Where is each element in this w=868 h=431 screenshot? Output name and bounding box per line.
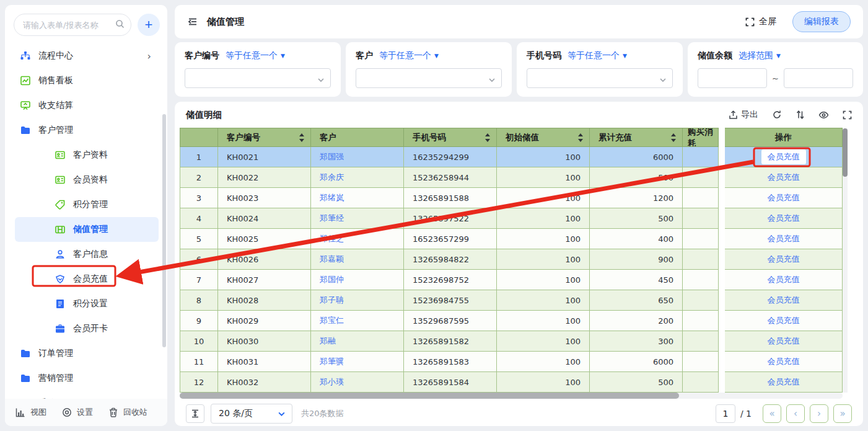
- sidebar-item-流程中心[interactable]: 流程中心›: [15, 43, 159, 68]
- fullscreen-button[interactable]: 全屏: [745, 16, 776, 27]
- table-row[interactable]: 9KH0029郑宝仁13529687595100200会员充值: [180, 311, 843, 331]
- table-fullscreen-icon[interactable]: [843, 110, 852, 120]
- customer-name-link[interactable]: 郑佳之: [320, 233, 344, 244]
- filter-operator-dropdown[interactable]: 等于任意一个 ▼: [226, 50, 285, 61]
- fit-rows-button[interactable]: [186, 404, 204, 423]
- sidebar-item-会员充值[interactable]: 会员充值: [15, 267, 159, 291]
- table-row[interactable]: 6KH0026郑嘉颖13265984822100900会员充值: [180, 249, 843, 270]
- table-header-cell[interactable]: 累计充值: [590, 128, 683, 147]
- customer-name-link[interactable]: 郑宝仁: [320, 315, 344, 326]
- filter-operator-dropdown[interactable]: 选择范围 ▼: [739, 50, 781, 61]
- member-recharge-button[interactable]: 会员充值: [768, 213, 800, 224]
- member-recharge-button[interactable]: 会员充值: [768, 335, 800, 347]
- horizontal-scrollbar[interactable]: [180, 393, 843, 399]
- consume-cell: [683, 229, 719, 249]
- sidebar-item-销售看板[interactable]: 销售看板: [15, 68, 159, 93]
- customer-name-link[interactable]: 郑国强: [320, 151, 344, 162]
- sidebar-footer-视图[interactable]: 视图: [15, 407, 46, 418]
- visibility-eye-icon[interactable]: [818, 110, 829, 120]
- customer-name-link[interactable]: 郑小瑛: [320, 376, 344, 388]
- customer-name-link[interactable]: 郑子聃: [320, 295, 344, 306]
- member-recharge-button[interactable]: 会员充值: [768, 356, 800, 367]
- export-button[interactable]: 导出: [729, 109, 758, 120]
- member-recharge-button[interactable]: 会员充值: [768, 172, 800, 183]
- member-recharge-button[interactable]: 会员充值: [768, 233, 800, 244]
- sidebar-item-营销管理[interactable]: 营销管理: [15, 366, 159, 391]
- code-cell: KH0032: [218, 372, 311, 393]
- customer-name-link[interactable]: 郑国仲: [320, 274, 344, 285]
- member-recharge-button[interactable]: 会员充值: [768, 192, 800, 203]
- sort-icon[interactable]: [796, 110, 805, 120]
- next-page-button[interactable]: ›: [810, 404, 828, 423]
- sidebar-item-积分设置[interactable]: 积分设置: [15, 291, 159, 316]
- table-row[interactable]: 3KH0023郑绪岚132658915881001200会员充值: [180, 188, 843, 208]
- sidebar-item-客户信息[interactable]: 客户信息: [15, 242, 159, 267]
- sidebar-item-储值管理[interactable]: 储值管理: [15, 217, 159, 242]
- customer-name-link[interactable]: 郑筆骥: [320, 356, 344, 367]
- search-input[interactable]: [14, 14, 131, 36]
- first-page-button[interactable]: «: [763, 404, 781, 423]
- range-max-input[interactable]: [784, 68, 853, 88]
- phone-cell: 16523657299: [404, 229, 497, 249]
- column-sort-icon[interactable]: [671, 133, 677, 142]
- filter-operator-dropdown[interactable]: 等于任意一个 ▼: [568, 50, 627, 61]
- table-row[interactable]: 5KH0025郑佳之16523657299100400会员充值: [180, 229, 843, 249]
- presentation-icon: [20, 100, 31, 111]
- column-sort-icon[interactable]: [299, 133, 305, 142]
- chevron-down-icon: [488, 74, 496, 86]
- sidebar-scrollbar[interactable]: [162, 114, 166, 347]
- customer-name-link[interactable]: 郑嘉颖: [320, 254, 344, 265]
- column-sort-icon[interactable]: [578, 133, 584, 142]
- sidebar-item-会员资料[interactable]: 会员资料: [15, 167, 159, 192]
- table-row[interactable]: 10KH0030郑融13265891582100300会员充值: [180, 331, 843, 352]
- member-recharge-button[interactable]: 会员充值: [768, 254, 800, 265]
- customer-name-link[interactable]: 郑筆经: [320, 213, 344, 224]
- table-header-cell[interactable]: 客户编号: [218, 128, 311, 147]
- refresh-icon[interactable]: [772, 110, 782, 120]
- filter-select[interactable]: [356, 68, 502, 88]
- table-title: 储值明细: [186, 109, 222, 121]
- customer-cell: 郑小瑛: [311, 372, 404, 393]
- filter-operator-dropdown[interactable]: 等于任意一个 ▼: [379, 50, 439, 61]
- table-row[interactable]: 12KH0032郑小瑛13265891584100500会员充值: [180, 372, 843, 393]
- edit-report-button[interactable]: 编辑报表: [792, 11, 851, 32]
- sidebar-item-客户资料[interactable]: 客户资料: [15, 143, 159, 167]
- member-recharge-button[interactable]: 会员充值: [768, 274, 800, 285]
- table-row[interactable]: 2KH0022郑余庆15236258944100500会员充值: [180, 167, 843, 188]
- table-row[interactable]: 4KH0024郑筆经13265897522100500会员充值: [180, 208, 843, 229]
- sidebar-item-收支结算[interactable]: 收支结算: [15, 93, 159, 118]
- add-button[interactable]: +: [138, 14, 160, 36]
- sidebar-footer-设置[interactable]: 设置: [61, 407, 93, 418]
- sidebar-item-会员开卡[interactable]: 会员开卡: [15, 316, 159, 341]
- page-title: 储值管理: [207, 16, 244, 28]
- page-size-select[interactable]: 20 条/页: [211, 404, 292, 424]
- customer-name-link[interactable]: 郑绪岚: [320, 192, 344, 203]
- range-min-input[interactable]: [698, 68, 767, 88]
- filter-select[interactable]: [185, 68, 331, 88]
- column-sort-icon[interactable]: [485, 133, 491, 142]
- last-page-button[interactable]: »: [833, 404, 852, 423]
- line-chart-icon: [20, 75, 31, 86]
- sidebar-item-订单管理[interactable]: 订单管理: [15, 341, 159, 366]
- member-recharge-button[interactable]: 会员充值: [768, 295, 800, 306]
- sidebar-item-积分管理[interactable]: 积分管理: [15, 192, 159, 217]
- sidebar-item-采购管理[interactable]: 采购管理: [15, 391, 159, 399]
- vertical-scrollbar[interactable]: [843, 128, 848, 393]
- member-recharge-button[interactable]: 会员充值: [761, 149, 806, 164]
- page-number-input[interactable]: [716, 404, 735, 423]
- sidebar-footer-回收站[interactable]: 回收站: [108, 407, 147, 418]
- collapse-sidebar-icon[interactable]: [187, 16, 198, 27]
- member-recharge-button[interactable]: 会员充值: [768, 376, 800, 388]
- prev-page-button[interactable]: ‹: [786, 404, 805, 423]
- table-row[interactable]: 11KH0031郑筆骥132658915831006000会员充值: [180, 352, 843, 372]
- filter-select[interactable]: [527, 68, 673, 88]
- customer-name-link[interactable]: 郑余庆: [320, 172, 344, 183]
- member-recharge-button[interactable]: 会员充值: [768, 315, 800, 326]
- table-header-cell[interactable]: 手机号码: [404, 128, 497, 147]
- table-row[interactable]: 8KH0028郑子聃15236984755100650会员充值: [180, 290, 843, 311]
- customer-name-link[interactable]: 郑融: [320, 335, 336, 347]
- table-row[interactable]: 1KH0021郑国强162352942991006000会员充值: [180, 147, 843, 167]
- table-header-cell[interactable]: 初始储值: [497, 128, 590, 147]
- table-row[interactable]: 7KH0027郑国仲15232698752100450会员充值: [180, 270, 843, 290]
- sidebar-item-客户管理[interactable]: 客户管理: [15, 118, 159, 143]
